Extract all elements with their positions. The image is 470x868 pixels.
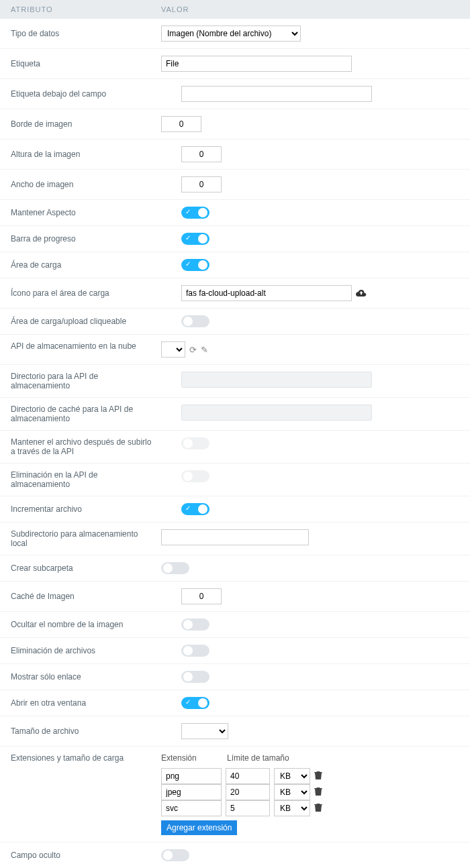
row-abrir-ventana: Abrir en otra ventana: [0, 690, 470, 716]
extensions-table: Extensión Límite de tamaño KBKBKB Agrega…: [161, 753, 322, 835]
input-etiqueta-debajo[interactable]: [181, 86, 372, 102]
row-dir-cache-api: Directorio de caché para la API de almac…: [0, 398, 470, 431]
label-etiqueta: Etiqueta: [11, 59, 161, 68]
row-ancho: Ancho de imagen: [0, 170, 470, 200]
input-dir-api-disabled: [181, 372, 372, 388]
toggle-progreso[interactable]: [181, 233, 209, 245]
extension-row: KB: [161, 800, 322, 816]
toggle-elim-arch[interactable]: [181, 645, 209, 657]
input-dir-cache-api-disabled: [181, 404, 372, 421]
cloud-upload-icon: [356, 288, 367, 299]
toggle-aspecto[interactable]: [181, 207, 209, 219]
label-etiqueta-debajo: Etiqueta debajo del campo: [11, 89, 161, 99]
select-datatype[interactable]: Imagen (Nombre del archivo): [161, 25, 301, 42]
trash-icon[interactable]: [314, 787, 322, 798]
label-mantener-api: Mantener el archivo después de subirlo a…: [11, 437, 161, 456]
row-etiqueta: Etiqueta: [0, 49, 470, 79]
label-tam-archivo: Tamaño de archivo: [11, 726, 161, 736]
toggle-ocultar-nombre[interactable]: [181, 618, 209, 631]
input-cache-img[interactable]: [181, 588, 222, 604]
ext-size-input[interactable]: [226, 800, 270, 816]
label-borde: Borde de imagen: [11, 119, 161, 129]
row-icono-area: Ícono para el área de carga: [0, 278, 470, 309]
row-aspecto: Mantener Aspecto: [0, 200, 470, 226]
extension-row: KB: [161, 768, 322, 784]
ext-size-input[interactable]: [226, 784, 270, 800]
input-ancho[interactable]: [181, 176, 222, 193]
ext-col-limit: Límite de tamaño: [227, 753, 294, 763]
input-altura[interactable]: [181, 146, 222, 162]
row-mantener-api: Mantener el archivo después de subirlo a…: [0, 431, 470, 464]
toggle-campo-oculto[interactable]: [161, 849, 189, 861]
label-datatype: Tipo de datos: [11, 29, 161, 38]
row-crear-sub: Crear subcarpeta: [0, 555, 470, 582]
ext-unit-select[interactable]: KB: [274, 768, 310, 784]
row-ocultar-nombre: Ocultar el nombre de la imagen: [0, 612, 470, 638]
row-area-carga: Área de carga: [0, 252, 470, 278]
label-area-carga: Área de carga: [11, 260, 161, 270]
row-subdir-local: Subdirectorio para almacenamiento local: [0, 523, 470, 555]
trash-icon[interactable]: [314, 803, 322, 814]
ext-unit-select[interactable]: KB: [274, 800, 310, 816]
row-tam-archivo: Tamaño de archivo: [0, 716, 470, 747]
select-api-nube[interactable]: [161, 341, 185, 358]
input-icono-area[interactable]: [181, 285, 352, 301]
label-progreso: Barra de progreso: [11, 234, 161, 243]
row-elim-api: Eliminación en la API de almacenamiento: [0, 464, 470, 496]
label-subdir-local: Subdirectorio para almacenamiento local: [11, 529, 161, 548]
table-header: ATRIBUTO VALOR: [0, 0, 470, 19]
label-icono-area: Ícono para el área de carga: [11, 288, 161, 298]
toggle-elim-api: [181, 470, 209, 482]
label-ocultar-nombre: Ocultar el nombre de la imagen: [11, 620, 161, 629]
label-elim-api: Eliminación en la API de almacenamiento: [11, 470, 161, 489]
trash-icon[interactable]: [314, 771, 322, 782]
label-aspecto: Mantener Aspecto: [11, 208, 161, 217]
header-attr: ATRIBUTO: [0, 5, 161, 13]
row-extensiones: Extensiones y tamaño de carga Extensión …: [0, 747, 470, 843]
label-area-click: Área de carga/upload cliqueable: [11, 317, 161, 326]
row-incrementar: Incrementar archivo: [0, 496, 470, 523]
label-dir-api: Directorio para la API de almacenamiento: [11, 372, 161, 390]
header-val: VALOR: [161, 5, 470, 13]
label-elim-arch: Eliminación de archivos: [11, 646, 161, 655]
ext-unit-select[interactable]: KB: [274, 784, 310, 800]
refresh-icon[interactable]: ⟳: [189, 345, 197, 355]
label-api-nube: API de almacenamiento en la nube: [11, 341, 161, 351]
row-campo-oculto: Campo oculto: [0, 843, 470, 868]
ext-col-extension: Extensión: [161, 753, 222, 763]
row-etiqueta-debajo: Etiqueta debajo del campo: [0, 79, 470, 109]
ext-size-input[interactable]: [226, 768, 270, 784]
label-cache-img: Caché de Imagen: [11, 592, 161, 601]
row-borde: Borde de imagen: [0, 109, 470, 140]
toggle-crear-sub[interactable]: [161, 562, 189, 574]
label-abrir-ventana: Abrir en otra ventana: [11, 698, 161, 708]
ext-name-input[interactable]: [161, 784, 222, 800]
edit-icon[interactable]: ✎: [201, 345, 208, 355]
row-api-nube: API de almacenamiento en la nube ⟳ ✎: [0, 335, 470, 365]
input-etiqueta[interactable]: [161, 56, 352, 72]
label-incrementar: Incrementar archivo: [11, 504, 161, 514]
row-area-click: Área de carga/upload cliqueable: [0, 309, 470, 335]
ext-name-input[interactable]: [161, 768, 222, 784]
row-cache-img: Caché de Imagen: [0, 582, 470, 612]
toggle-area-click[interactable]: [181, 315, 209, 327]
toggle-solo-enlace[interactable]: [181, 671, 209, 683]
row-progreso: Barra de progreso: [0, 226, 470, 252]
label-solo-enlace: Mostrar sólo enlace: [11, 672, 161, 682]
add-extension-button[interactable]: Agregar extensión: [161, 820, 237, 835]
toggle-mantener-api: [181, 437, 209, 449]
toggle-incrementar[interactable]: [181, 503, 209, 515]
ext-name-input[interactable]: [161, 800, 222, 816]
toggle-area-carga[interactable]: [181, 259, 209, 271]
label-ancho: Ancho de imagen: [11, 180, 161, 189]
label-extensiones: Extensiones y tamaño de carga: [11, 753, 161, 763]
toggle-abrir-ventana[interactable]: [181, 697, 209, 709]
row-altura: Altura de la imagen: [0, 140, 470, 170]
input-subdir-local[interactable]: [161, 529, 309, 545]
label-crear-sub: Crear subcarpeta: [11, 563, 161, 573]
row-elim-arch: Eliminación de archivos: [0, 638, 470, 664]
extension-row: KB: [161, 784, 322, 800]
select-tam-archivo[interactable]: [181, 723, 228, 739]
input-borde[interactable]: [161, 116, 201, 132]
label-altura: Altura de la imagen: [11, 150, 161, 159]
